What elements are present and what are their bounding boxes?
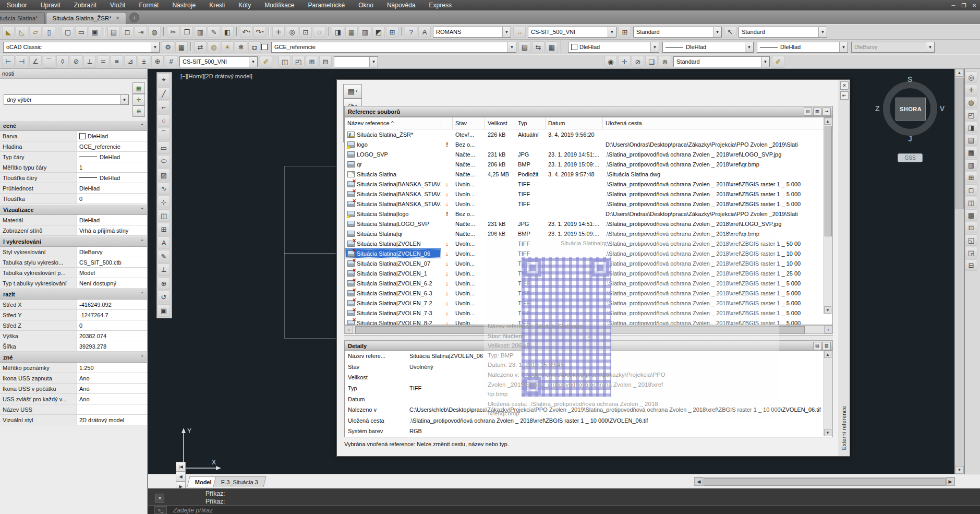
dim-angular-icon[interactable]: ∠: [29, 55, 42, 67]
menu-item-okno[interactable]: Okno: [352, 0, 380, 10]
xref-row[interactable]: Situácia Slatina|ZVOLEN_7-2↓Uvoln...TIFF…: [345, 298, 832, 308]
workspace-dropdown[interactable]: oCAD Classic▼: [3, 42, 160, 53]
render-icon[interactable]: ◩: [372, 26, 385, 38]
dim-linear-icon[interactable]: ⊢: [2, 55, 15, 67]
command-input-placeholder[interactable]: Zadejte příkaz: [173, 507, 213, 514]
dim-aligned-icon[interactable]: ⊣: [16, 55, 28, 67]
rectangle-icon[interactable]: ▭: [158, 141, 170, 154]
new-file-icon[interactable]: ▢: [62, 26, 74, 38]
xref-name[interactable]: Situácia Slatina|ZVOLEN_8-2: [345, 318, 441, 325]
chevron-down-icon[interactable]: ▼: [120, 95, 128, 104]
scale-bar-icon[interactable]: ▱: [29, 26, 42, 38]
tab-situacia-slatina-zsr[interactable]: Situácia Slatina_ŽSR*✕: [46, 12, 127, 24]
scroll-left-icon[interactable]: ‹: [345, 326, 353, 333]
layer-on-icon[interactable]: ◍: [208, 41, 220, 53]
scroll-right-icon[interactable]: ▶: [946, 477, 954, 485]
zoom-window-icon[interactable]: ⊡: [299, 26, 312, 38]
layer-properties-icon[interactable]: ⇄: [194, 41, 207, 53]
layer-freeze-icon[interactable]: ❄: [235, 41, 247, 53]
wipeout-icon[interactable]: ▣: [158, 304, 170, 317]
calculator-icon[interactable]: ⊞: [386, 26, 398, 38]
xref-name[interactable]: logo: [345, 139, 441, 149]
named-views-icon[interactable]: ◰: [292, 56, 305, 68]
dim-style-dropdown-2[interactable]: CS-SIT_500_VNI▼: [179, 56, 258, 67]
property-value[interactable]: DleHlad: [77, 152, 147, 162]
column-header-na-zev-reference[interactable]: Název reference ^: [345, 117, 441, 129]
details-vertical-scrollbar[interactable]: ▲ ▼: [824, 351, 832, 436]
compass-west[interactable]: Z: [875, 104, 880, 113]
scrollbar-thumb[interactable]: [825, 126, 832, 236]
xref-row[interactable]: Situácia Slatina|ZVOLEN_07↓Uvoln...TIFF.…: [345, 258, 832, 268]
xref-name[interactable]: Situácia Slatina|ZVOLEN: [345, 238, 441, 248]
compass-north[interactable]: S: [908, 75, 912, 83]
xref-row[interactable]: logo!Bez o...D:\Users\Ondras\Desktop\pra…: [345, 139, 832, 149]
cylinder-icon[interactable]: ▯: [43, 26, 55, 38]
menu-item-format[interactable]: Formát: [132, 0, 165, 10]
viewport-controls-label[interactable]: [−][Horní][2D drátový model]: [180, 73, 252, 79]
layout-icon[interactable]: ▤: [965, 134, 977, 146]
snap-icon[interactable]: ⊡: [965, 222, 977, 233]
xref-row[interactable]: Situácia Slatina|ZVOLEN↓Uvoln...TIFF.\Sl…: [345, 238, 832, 248]
text-style-dropdown[interactable]: ROMANS▼: [433, 27, 511, 38]
toggle-pickadd-icon[interactable]: ⊕: [132, 105, 145, 117]
shade-icon[interactable]: ◨: [965, 122, 977, 133]
xref-name[interactable]: Situácia Slatina|ZVOLEN_6-3: [345, 288, 441, 298]
publish-icon[interactable]: ▥: [965, 159, 977, 171]
polyline-icon[interactable]: ⌐: [158, 101, 170, 113]
xref-row[interactable]: Situácia Slatina|ZVOLEN_6-3↓Uvoln...TIFF…: [345, 288, 832, 298]
menu-item-upravit[interactable]: Upravit: [34, 0, 67, 10]
clean-screen-icon[interactable]: ◻: [965, 184, 977, 196]
quick-select-icon[interactable]: ▦: [132, 82, 145, 94]
pan-icon[interactable]: ✛: [272, 26, 285, 38]
publish-web-icon[interactable]: ◍: [148, 26, 161, 38]
scroll-right-icon[interactable]: ›: [824, 326, 832, 333]
window-icon[interactable]: ◫: [965, 197, 977, 208]
property-value[interactable]: DleBarvy: [77, 247, 147, 257]
properties-panel-icon[interactable]: ◨: [332, 26, 344, 38]
group-icon[interactable]: ◉: [604, 56, 617, 68]
zoom-previous-icon[interactable]: ◌: [313, 26, 325, 38]
property-value[interactable]: [77, 404, 147, 414]
column-header-typ[interactable]: Typ: [515, 117, 546, 129]
measure-icon[interactable]: ⊕: [158, 277, 170, 290]
view-cube-icon[interactable]: ⊞: [965, 172, 977, 183]
layout-tab-e-3_situa-cia-3[interactable]: E.3_Situácia 3: [213, 476, 266, 487]
property-value[interactable]: -1247264.7: [77, 310, 147, 320]
dim-ordinate-icon[interactable]: ⟂: [83, 56, 96, 68]
color-dropdown[interactable]: DleHlad▼: [568, 42, 659, 53]
block-icon[interactable]: ◫: [158, 209, 170, 222]
group-add-icon[interactable]: ✛: [618, 56, 631, 68]
open-file-icon[interactable]: ▭: [75, 26, 88, 38]
list-view-icon[interactable]: ▤: [804, 107, 812, 116]
layout-nav-button[interactable]: ◀: [176, 472, 186, 482]
property-value[interactable]: Model: [77, 268, 147, 278]
dim-style-icon[interactable]: ↔: [513, 26, 526, 38]
scroll-down-icon[interactable]: ▼: [824, 429, 831, 436]
menu-item-vlozit[interactable]: Vložit: [103, 0, 132, 10]
dim-style-dropdown[interactable]: CS-SIT_500_VNI▼: [528, 27, 616, 38]
xref-name[interactable]: Situácia Slatina|ZVOLEN_06: [345, 248, 441, 258]
redo-icon[interactable]: ↷▾: [253, 26, 266, 38]
column-header-uloz-ena-cesta[interactable]: Uložená cesta: [603, 117, 832, 129]
xref-name[interactable]: Situácia Slatina|BANSKA_STIAV...: [345, 179, 441, 189]
scroll-left-icon[interactable]: ◀: [695, 477, 703, 485]
table-style-brush-icon[interactable]: ✐: [772, 56, 784, 68]
grid-icon[interactable]: ▩: [965, 209, 977, 221]
steering-icon[interactable]: ◎: [965, 71, 977, 83]
mleader-style-dropdown[interactable]: Standard▼: [739, 27, 827, 38]
table-style-icon[interactable]: ⊞: [619, 26, 631, 38]
tab-close-icon[interactable]: ✕: [116, 16, 120, 21]
attach-dwg-button[interactable]: ▤▾: [343, 84, 362, 99]
command-input-row[interactable]: >_ Zadejte příkaz: [148, 505, 980, 514]
tree-view-icon[interactable]: ▥: [813, 107, 821, 116]
table-vertical-scrollbar[interactable]: ▲ ▼: [824, 117, 832, 314]
chevron-down-icon[interactable]: ▼: [369, 57, 378, 67]
pan-tool-icon[interactable]: ✛: [965, 84, 977, 95]
dim-update-brush-icon[interactable]: ✐: [260, 56, 272, 68]
gss-button[interactable]: GSS: [898, 153, 923, 162]
new-tab-button[interactable]: +: [129, 13, 139, 22]
sheet-icon[interactable]: ▥: [359, 26, 371, 38]
compass-east[interactable]: V: [940, 104, 945, 113]
scrollbar-thumb[interactable]: [704, 478, 946, 486]
chevron-down-icon[interactable]: ▼: [650, 42, 659, 52]
